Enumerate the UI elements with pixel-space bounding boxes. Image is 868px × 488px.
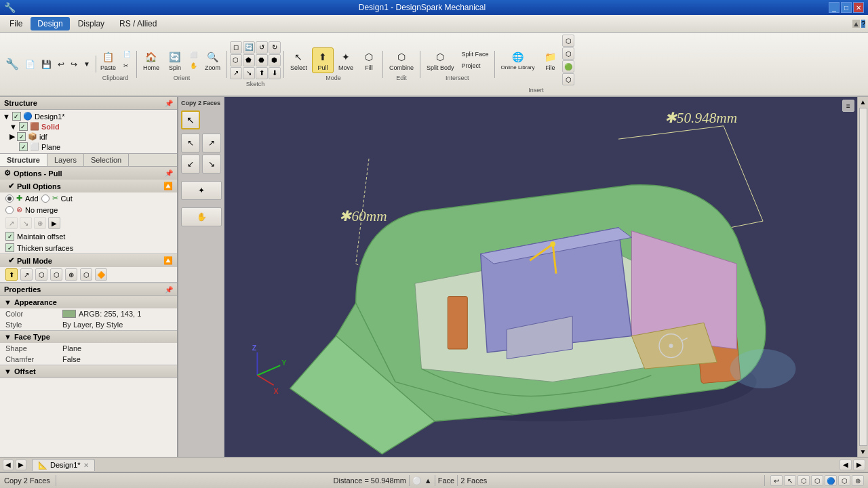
insert-btn4[interactable]: ⬡ (562, 73, 574, 85)
more-btn[interactable]: ▼ (81, 58, 93, 70)
undo-btn[interactable]: ↩ (55, 58, 67, 71)
pm-btn1[interactable]: ⬆ (5, 268, 18, 281)
scroll-up[interactable]: ▲ (859, 97, 868, 107)
tree-item-solid[interactable]: ▼ ✓ 🟫 Solid (0, 121, 177, 131)
tab-design1[interactable]: 📐 Design1* ✕ (32, 459, 95, 471)
menu-display[interactable]: Display (71, 17, 111, 30)
tree-item-plane[interactable]: ✓ ⬜ Plane (0, 142, 177, 152)
check-design1[interactable]: ✓ (12, 112, 21, 121)
pm-btn5[interactable]: ⊕ (65, 268, 77, 281)
collapse-icon[interactable]: 🔼 (163, 182, 173, 190)
tool-br[interactable]: ↘ (202, 155, 221, 174)
sketch-btn7[interactable]: ⬣ (256, 54, 268, 66)
tab-ctrl1[interactable]: ◀ (840, 460, 852, 470)
project-button[interactable]: Project (459, 60, 492, 71)
offset-header[interactable]: ▼ Offset (0, 365, 177, 378)
toolbar-help[interactable]: ? (861, 20, 865, 28)
sketch-btn12[interactable]: ⬇ (269, 67, 281, 79)
sketch-btn3[interactable]: ↺ (256, 41, 268, 54)
window-controls[interactable]: _ □ ✕ (829, 2, 864, 13)
sketch-btn2[interactable]: 🔄 (243, 41, 255, 54)
sketch-btn8[interactable]: ⬢ (269, 54, 281, 66)
pull-mode-scroll[interactable]: ▶ (48, 217, 60, 229)
status-btn5[interactable]: 🔵 (825, 475, 837, 486)
save-btn[interactable]: 💾 (39, 58, 54, 71)
spin-button[interactable]: 🔄 Spin (164, 47, 186, 73)
tool-tl[interactable]: ↖ (181, 134, 200, 152)
insert-btn3[interactable]: 🟢 (562, 60, 574, 73)
check-idf[interactable]: ✓ (17, 132, 26, 141)
cursor-tool[interactable]: ↖ (181, 110, 200, 129)
tool-star[interactable]: ✦ (181, 181, 222, 200)
online-library-button[interactable]: 🌐 Online Library (498, 47, 538, 73)
tool-hand[interactable]: ✋ (181, 207, 222, 226)
pm-btn3[interactable]: ⬡ (35, 268, 47, 281)
pm-btn4[interactable]: ⬡ (50, 268, 62, 281)
vertical-scrollbar[interactable]: ▲ ▼ (857, 97, 868, 457)
pm-btn2[interactable]: ↗ (20, 268, 33, 281)
menu-rs-allied[interactable]: RS / Allied (113, 17, 163, 30)
face-type-header[interactable]: ▼ Face Type (0, 331, 177, 343)
combine-button[interactable]: ⬡ Combine (386, 47, 417, 73)
pull-mode-header[interactable]: ✔ Pull Mode 🔼 (0, 254, 177, 267)
status-btn3[interactable]: ⬡ (797, 475, 810, 486)
tab-structure[interactable]: Structure (0, 154, 47, 166)
plan-view-button[interactable]: ⬜ (187, 49, 200, 60)
pull-options-header[interactable]: ✔ Pull Options 🔼 (0, 180, 177, 192)
pull-mode-btn3[interactable]: ⊕ (34, 217, 46, 229)
check-plane[interactable]: ✓ (19, 142, 28, 151)
tree-item-design1[interactable]: ▼ ✓ 🔵 Design1* (0, 111, 177, 121)
sketch-btn6[interactable]: ⬟ (243, 54, 255, 66)
structure-pin[interactable]: 📌 (165, 100, 173, 107)
canvas-area[interactable]: Copy 2 Faces ↖ ↖ ↗ ↙ ↘ ✦ ✋ (178, 97, 868, 457)
sketch-btn4[interactable]: ↻ (269, 41, 281, 54)
tab-close[interactable]: ✕ (83, 462, 89, 469)
collapse2-icon[interactable]: 🔼 (163, 256, 173, 265)
cut-button[interactable]: ✂ (121, 60, 134, 71)
tab-layers[interactable]: Layers (47, 154, 84, 166)
insert-btn1[interactable]: ⬡ (562, 35, 574, 47)
viewport-svg[interactable]: ✱60mm ✱50.948mm (224, 97, 868, 457)
tool-bl[interactable]: ↙ (181, 155, 200, 174)
pull-button[interactable]: ⬆ Pull (312, 47, 334, 73)
sketch-btn9[interactable]: ↗ (230, 67, 242, 79)
properties-pin[interactable]: 📌 (165, 286, 173, 293)
tab-selection[interactable]: Selection (84, 154, 129, 166)
options-pull-header[interactable]: ⚙ Options - Pull 📌 (0, 167, 177, 180)
options-pin[interactable]: 📌 (165, 169, 173, 177)
status-btn2[interactable]: ↖ (784, 475, 796, 486)
pull-mode-btn1[interactable]: ↗ (5, 217, 18, 229)
fill-button[interactable]: ⬡ Fill (358, 47, 380, 73)
quickaccess-btn[interactable]: 🔧 (3, 56, 22, 73)
split-body-button[interactable]: ⬡ Split Body (423, 47, 458, 73)
split-face-button[interactable]: Split Face (459, 49, 492, 60)
new-btn[interactable]: 📄 (22, 58, 38, 71)
status-btn6[interactable]: ⬡ (838, 475, 850, 486)
file-button[interactable]: 📁 File (539, 47, 561, 73)
zoom-button[interactable]: 🔍 Zoom (201, 47, 224, 73)
close-button[interactable]: ✕ (853, 2, 864, 13)
status-btn1[interactable]: ↩ (770, 475, 783, 486)
toolbar-minimize[interactable]: ▲ (852, 20, 860, 28)
copy-button[interactable]: 📄 (121, 49, 134, 60)
status-btn7[interactable]: ⊕ (852, 475, 864, 486)
sketch-btn5[interactable]: ⬡ (230, 54, 242, 66)
select-button[interactable]: ↖ Select (287, 47, 311, 73)
maximize-button[interactable]: □ (841, 2, 852, 13)
paste-button[interactable]: 📋 Paste (97, 47, 119, 73)
pan-button[interactable]: ✋ (187, 60, 200, 71)
menu-file[interactable]: File (3, 17, 29, 30)
rtb-btn1[interactable]: ≡ (842, 100, 854, 112)
tab-ctrl2[interactable]: ▶ (853, 460, 865, 470)
pm-btn6[interactable]: ⬡ (80, 268, 92, 281)
sketch-btn10[interactable]: ↘ (243, 67, 255, 79)
minimize-button[interactable]: _ (829, 2, 840, 13)
color-swatch[interactable] (62, 310, 76, 318)
check-solid[interactable]: ✓ (19, 122, 28, 131)
add-radio[interactable] (5, 195, 14, 203)
redo-btn[interactable]: ↪ (68, 58, 80, 71)
insert-btn2[interactable]: ⬡ (562, 47, 574, 60)
sketch-btn1[interactable]: ◻ (230, 41, 242, 54)
pull-mode-btn2[interactable]: ↘ (20, 217, 32, 229)
tree-item-idf[interactable]: ▶ ✓ 📦 idf (0, 131, 177, 142)
